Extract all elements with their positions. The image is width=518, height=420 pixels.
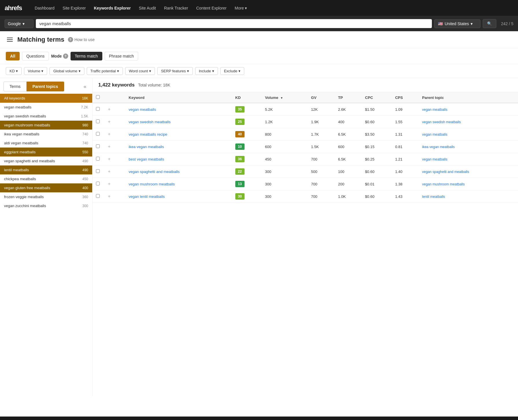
row-gv: 700: [308, 190, 334, 203]
row-tp: 600: [334, 141, 361, 153]
col-checkbox: [92, 92, 103, 103]
col-kd[interactable]: KD: [232, 92, 262, 103]
row-checkbox[interactable]: [92, 178, 103, 190]
row-add-btn[interactable]: +: [103, 165, 125, 178]
row-cpc: $0.01: [362, 178, 392, 190]
row-add-btn[interactable]: +: [103, 178, 125, 190]
filter-volume[interactable]: Volume ▾: [24, 67, 47, 75]
result-count: 242 / 5: [501, 21, 513, 26]
row-checkbox[interactable]: [92, 165, 103, 178]
nav-keywords-explorer[interactable]: Keywords Explorer: [90, 4, 134, 12]
row-parent-topic: ikea vegan meatballs: [419, 141, 518, 153]
select-all-checkbox[interactable]: [96, 95, 100, 99]
chevron-down-icon: ▾: [16, 69, 18, 73]
flag-icon: 🇺🇸: [438, 21, 443, 26]
row-checkbox[interactable]: [92, 190, 103, 203]
sidebar-collapse-button[interactable]: «: [81, 84, 89, 90]
col-volume[interactable]: Volume ▼: [262, 92, 308, 103]
chevron-down-icon: ▾: [245, 6, 247, 10]
col-cpc[interactable]: CPC: [362, 92, 392, 103]
col-gv[interactable]: GV: [308, 92, 334, 103]
sidebar-item-10[interactable]: frozen veggie meatballs 360: [0, 192, 92, 201]
row-gv: 700: [308, 153, 334, 165]
sidebar-tab-parent-topics[interactable]: Parent topics: [27, 82, 64, 91]
sidebar-item-6[interactable]: vegan spaghetti and meatballs 490: [0, 156, 92, 165]
tab-phrase-match[interactable]: Phrase match: [105, 52, 138, 60]
sidebar-tab-terms[interactable]: Terms: [3, 82, 27, 91]
logo[interactable]: ahrefs: [5, 4, 22, 12]
filter-include[interactable]: Include ▾: [195, 67, 218, 75]
table-row: + vegan swedish meatballs 25 1.2K 1.9K 4…: [92, 116, 518, 128]
row-cpc: $0.60: [362, 165, 392, 178]
nav-content-explorer[interactable]: Content Explorer: [193, 4, 230, 12]
row-checkbox[interactable]: [92, 141, 103, 153]
col-parent-topic[interactable]: Parent topic: [419, 92, 518, 103]
engine-select[interactable]: Google ▾: [5, 19, 34, 28]
filter-traffic-potential[interactable]: Traffic potential ▾: [87, 67, 123, 75]
nav-dashboard[interactable]: Dashboard: [31, 4, 58, 12]
row-volume: 300: [262, 178, 308, 190]
filter-word-count[interactable]: Word count ▾: [125, 67, 155, 75]
sidebar-item-2[interactable]: vegan mushroom meatballs 980: [0, 121, 92, 130]
tab-questions[interactable]: Questions: [22, 52, 49, 60]
search-icon: 🔍: [487, 21, 492, 26]
nav-site-explorer[interactable]: Site Explorer: [59, 4, 89, 12]
row-cps: 1.31: [392, 128, 419, 141]
logo-rest: hrefs: [8, 4, 22, 12]
row-add-btn[interactable]: +: [103, 116, 125, 128]
row-cps: 1.38: [392, 178, 419, 190]
sidebar-item-1[interactable]: vegan swedish meatballs 1.5K: [0, 112, 92, 121]
search-input[interactable]: [36, 19, 432, 28]
row-add-btn[interactable]: +: [103, 103, 125, 116]
row-kd: 36: [232, 153, 262, 165]
sidebar-item-all-keywords[interactable]: All keywords 18K: [0, 94, 92, 103]
table-header-row: 1,422 keywords Total volume: 18K: [92, 78, 518, 92]
sidebar-item-5[interactable]: eggplant meatballs 550: [0, 148, 92, 156]
country-select[interactable]: 🇺🇸 United States ▾: [434, 19, 480, 28]
col-keyword[interactable]: Keyword: [125, 92, 232, 103]
row-add-btn[interactable]: +: [103, 128, 125, 141]
row-cpc: $0.15: [362, 141, 392, 153]
row-checkbox[interactable]: [92, 116, 103, 128]
sidebar-item-9[interactable]: vegan gluten free meatballs 400: [0, 183, 92, 192]
filter-serp-features[interactable]: SERP features ▾: [157, 67, 193, 75]
filter-kd[interactable]: KD ▾: [6, 67, 22, 75]
row-add-btn[interactable]: +: [103, 190, 125, 203]
sidebar-item-0[interactable]: vegan meatballs 7.2K: [0, 103, 92, 112]
row-keyword: ikea vegan meatballs: [125, 141, 232, 153]
row-cps: 1.40: [392, 165, 419, 178]
row-gv: 12K: [308, 103, 334, 116]
chevron-down-icon: ▾: [117, 69, 119, 73]
row-checkbox[interactable]: [92, 103, 103, 116]
row-add-btn[interactable]: +: [103, 153, 125, 165]
filter-exclude[interactable]: Exclude ▾: [220, 67, 244, 75]
nav-more[interactable]: More▾: [231, 4, 250, 12]
row-kd: 25: [232, 116, 262, 128]
filter-global-volume[interactable]: Global volume ▾: [49, 67, 84, 75]
nav-rank-tracker[interactable]: Rank Tracker: [160, 4, 191, 12]
row-keyword: vegan mushroom meatballs: [125, 178, 232, 190]
col-cps[interactable]: CPS: [392, 92, 419, 103]
row-checkbox[interactable]: [92, 153, 103, 165]
nav-site-audit[interactable]: Site Audit: [135, 4, 159, 12]
row-add-btn[interactable]: +: [103, 141, 125, 153]
chevron-down-icon: ▾: [187, 69, 189, 73]
sidebar-item-11[interactable]: vegan zucchini meatballs 300: [0, 201, 92, 210]
row-checkbox[interactable]: [92, 128, 103, 141]
how-to-use-link[interactable]: ? How to use: [68, 37, 95, 42]
sidebar-item-3[interactable]: ikea vegan meatballs 740: [0, 130, 92, 139]
col-tp[interactable]: TP: [334, 92, 361, 103]
row-kd: 35: [232, 103, 262, 116]
search-button[interactable]: 🔍: [483, 19, 496, 28]
sidebar-item-8[interactable]: chickpea meatballs 450: [0, 174, 92, 183]
chevron-down-icon: ▾: [238, 69, 240, 73]
sidebar-item-4[interactable]: aldi vegan meatballs 740: [0, 139, 92, 148]
tab-terms-match[interactable]: Terms match: [71, 52, 102, 60]
row-volume: 1.2K: [262, 116, 308, 128]
hamburger-menu[interactable]: [6, 36, 14, 43]
row-tp: 400: [334, 116, 361, 128]
sidebar-item-7[interactable]: lentil meatballs 490: [0, 165, 92, 174]
chevron-down-icon: ▾: [149, 69, 151, 73]
tab-all[interactable]: All: [6, 52, 20, 60]
row-kd: 22: [232, 165, 262, 178]
